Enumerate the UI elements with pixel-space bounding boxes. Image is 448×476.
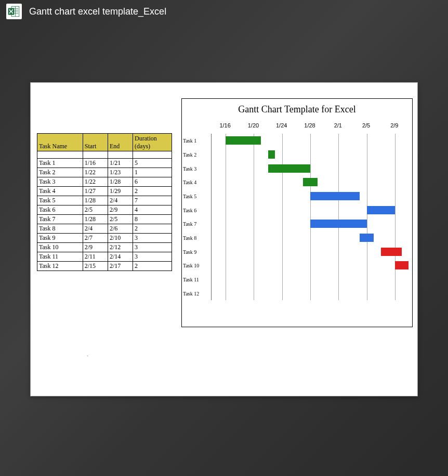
cell-start: 2/15 [83, 262, 108, 271]
cell-start: 2/7 [83, 234, 108, 243]
cell-start: 1/22 [83, 168, 108, 177]
cell-name: Task 8 [37, 224, 83, 234]
excel-logo-svg [7, 5, 21, 18]
y-tick-label: Task 5 [183, 194, 196, 199]
gridline [395, 134, 396, 300]
gantt-bar [268, 150, 275, 159]
chart-title: Gantt Chart Template for Excel [182, 99, 412, 118]
cell-start: 1/16 [83, 159, 108, 168]
gantt-chart: Gantt Chart Template for Excel 1/161/201… [181, 98, 413, 327]
cell-name: Task 9 [37, 234, 83, 243]
window-titlebar: Gantt chart excel template_Excel [0, 0, 448, 23]
cell-duration: 4 [133, 205, 172, 215]
table-row: Task 21/221/231 [37, 168, 172, 177]
cell-end: 2/12 [108, 243, 133, 252]
cell-start: 1/27 [83, 187, 108, 196]
document-canvas: Task Name Start End Duration (days) Task… [30, 82, 418, 396]
gantt-bar [367, 206, 395, 214]
cell-duration: 3 [133, 252, 172, 262]
cell-end: 2/9 [108, 205, 133, 215]
cell-name: Task 7 [37, 215, 83, 224]
table-row: Task 71/282/58 [37, 215, 172, 224]
y-tick-label: Task 4 [183, 179, 196, 185]
gantt-bar [381, 248, 402, 256]
gridline [226, 134, 226, 300]
table-row: Task 41/271/292 [37, 187, 172, 196]
cell-start: 2/5 [83, 205, 108, 215]
cell-end: 1/29 [108, 187, 133, 196]
cell-duration: 8 [133, 215, 172, 224]
y-tick-label: Task 9 [183, 249, 196, 254]
y-tick-label: Task 7 [183, 221, 196, 227]
gantt-bar [268, 164, 310, 173]
y-tick-label: Task 10 [183, 263, 199, 268]
cell-name: Task 12 [37, 262, 83, 271]
table-row: Task 82/42/62 [37, 224, 172, 234]
cell-end: 2/4 [108, 196, 133, 205]
y-tick-label: Task 2 [183, 152, 196, 158]
x-tick-label: 1/24 [276, 122, 287, 128]
cell-end: 1/21 [108, 159, 133, 168]
plot-area [211, 134, 409, 300]
cell-end: 2/6 [108, 224, 133, 234]
cell-start: 2/9 [83, 243, 108, 252]
cell-duration: 5 [133, 159, 172, 168]
th-task-name: Task Name [37, 134, 83, 151]
x-tick-label: 2/1 [334, 122, 342, 128]
cell-start: 1/28 [83, 196, 108, 205]
th-start: Start [83, 134, 108, 151]
cell-name: Task 2 [37, 168, 83, 177]
cell-start: 1/28 [83, 215, 108, 224]
cell-end: 2/10 [108, 234, 133, 243]
y-tick-label: Task 12 [183, 290, 199, 296]
gantt-bar [226, 136, 261, 145]
gantt-bar [303, 178, 317, 186]
cell-start: 2/11 [83, 252, 108, 262]
gridline [367, 134, 367, 300]
table-row: Task 102/92/123 [37, 243, 172, 252]
gantt-bar [310, 192, 360, 200]
gantt-bar [360, 234, 374, 242]
chart-body: 1/161/201/241/282/12/52/9 Task 1Task 2Ta… [182, 118, 412, 313]
gantt-bar [310, 220, 367, 228]
cell-name: Task 10 [37, 243, 83, 252]
th-end: End [108, 134, 133, 151]
cell-duration: 3 [133, 243, 172, 252]
table-row: Task 112/112/143 [37, 252, 172, 262]
x-tick-label: 2/5 [362, 122, 370, 128]
y-tick-label: Task 11 [183, 277, 199, 282]
cell-end: 1/23 [108, 168, 133, 177]
cell-duration: 7 [133, 196, 172, 205]
table-spacer-row [37, 151, 172, 159]
page-title: Gantt chart excel template_Excel [29, 6, 166, 17]
table-row: Task 92/72/103 [37, 234, 172, 243]
cell-end: 1/28 [108, 177, 133, 187]
table-row: Task 11/161/215 [37, 159, 172, 168]
x-tick-label: 1/20 [248, 122, 259, 128]
cell-end: 2/14 [108, 252, 133, 262]
cell-duration: 6 [133, 177, 172, 187]
y-tick-label: Task 6 [183, 207, 196, 213]
cell-name: Task 1 [37, 159, 83, 168]
table-row: Task 31/221/286 [37, 177, 172, 187]
cell-name: Task 5 [37, 196, 83, 205]
th-duration: Duration (days) [133, 134, 172, 151]
cell-start: 1/22 [83, 177, 108, 187]
cell-duration: 2 [133, 187, 172, 196]
cell-name: Task 3 [37, 177, 83, 187]
excel-icon [6, 4, 22, 19]
cell-name: Task 6 [37, 205, 83, 215]
cell-end: 2/5 [108, 215, 133, 224]
x-tick-label: 1/16 [219, 122, 230, 128]
gridline [310, 134, 311, 300]
cell-name: Task 4 [37, 187, 83, 196]
stray-mark: ` [87, 355, 88, 361]
cell-duration: 2 [133, 262, 172, 271]
table-row: Task 122/152/172 [37, 262, 172, 271]
cell-start: 2/4 [83, 224, 108, 234]
x-tick-label: 2/9 [390, 122, 398, 128]
y-tick-label: Task 8 [183, 235, 196, 241]
cell-duration: 3 [133, 234, 172, 243]
table-row: Task 62/52/94 [37, 205, 172, 215]
cell-name: Task 11 [37, 252, 83, 262]
